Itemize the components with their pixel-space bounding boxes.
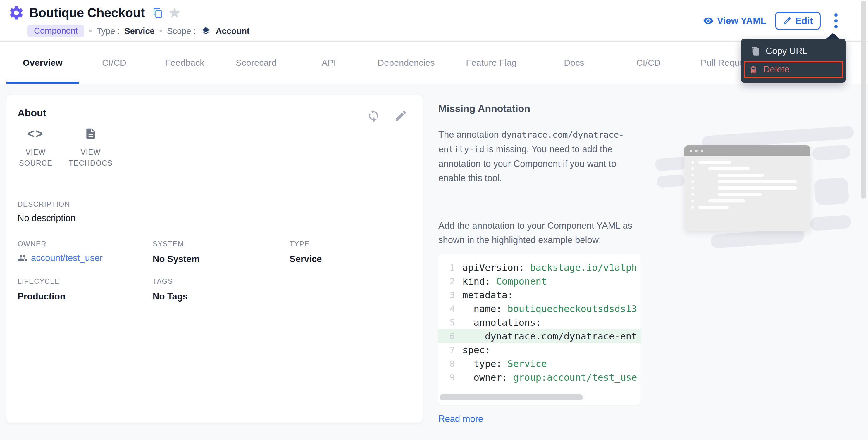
yaml-line: 8 type: Service	[438, 357, 641, 370]
scope-value: Account	[216, 26, 250, 36]
document-icon	[67, 127, 114, 141]
header-actions: View YAML Edit	[703, 10, 842, 31]
entity-tabs: OverviewCI/CDFeedbackScorecardAPIDepende…	[0, 42, 868, 83]
yaml-code-lines: 1apiVersion: backstage.io/v1alph2kind: C…	[438, 253, 641, 384]
annotation-instruction-paragraph: Add the annotation to your Component YAM…	[438, 218, 646, 247]
illustration-titlebar	[684, 145, 810, 156]
component-page: { "header": { "title": "Boutique Checkou…	[0, 0, 868, 440]
yaml-line: 9 owner: group:account/test_use	[438, 370, 641, 384]
page-header: Boutique Checkout Component • Type : Ser…	[0, 0, 868, 42]
tab-ci-cd[interactable]: CI/CD	[613, 42, 684, 83]
tab-scorecard[interactable]: Scorecard	[220, 42, 292, 83]
tab-feature-flag[interactable]: Feature Flag	[447, 42, 535, 83]
type-field-label: TYPE	[289, 240, 309, 248]
group-icon	[18, 253, 28, 263]
read-more-link[interactable]: Read more	[438, 414, 483, 424]
description-value: No description	[18, 213, 75, 224]
title-row: Boutique Checkout	[8, 5, 181, 21]
about-card-title: About	[18, 107, 46, 119]
view-techdocs-label: VIEW TECHDOCS	[67, 146, 114, 169]
tab-dependencies[interactable]: Dependencies	[365, 42, 447, 83]
missing-annotation-title: Missing Annotation	[438, 103, 530, 114]
illustration-editor-window	[684, 145, 810, 231]
edit-about-pencil-icon[interactable]	[394, 109, 408, 123]
type-field-value: Service	[289, 254, 322, 264]
illustration-scribble	[710, 228, 805, 249]
tags-value: No Tags	[153, 291, 188, 302]
view-source-label: VIEW SOURCE	[18, 146, 53, 169]
tab-feedback[interactable]: Feedback	[150, 42, 220, 83]
yaml-line: 1apiVersion: backstage.io/v1alph	[438, 261, 641, 274]
system-label: SYSTEM	[153, 240, 184, 248]
menu-caret	[825, 33, 840, 39]
edit-button[interactable]: Edit	[775, 12, 820, 30]
yaml-line: 6 dynatrace.com/dynatrace-ent	[438, 329, 641, 343]
yaml-line: 3metadata:	[438, 288, 641, 302]
yaml-line: 4 name: boutiquecheckoutsdsds13	[438, 302, 641, 315]
tab-ci-cd[interactable]: CI/CD	[79, 42, 150, 83]
page-title: Boutique Checkout	[29, 5, 145, 20]
view-techdocs-link[interactable]: VIEW TECHDOCS	[67, 127, 114, 169]
eye-icon	[703, 15, 714, 26]
illustration-scribble	[810, 215, 851, 231]
lifecycle-label: LIFECYCLE	[18, 277, 59, 285]
type-value: Service	[124, 26, 154, 36]
separator-dot: •	[159, 26, 163, 36]
description-label: DESCRIPTION	[18, 200, 70, 208]
about-card: About <> VIEW SOURCE VIEW TECHDOCS DESCR…	[6, 95, 423, 423]
view-yaml-button[interactable]: View YAML	[703, 15, 766, 26]
menu-item-delete[interactable]: Delete	[745, 62, 842, 77]
tags-label: TAGS	[153, 277, 173, 285]
owner-value-row: account/test_user	[18, 253, 103, 263]
copy-icon	[751, 46, 761, 56]
menu-item-label: Delete	[763, 64, 789, 75]
owner-link[interactable]: account/test_user	[31, 253, 103, 263]
tab-api[interactable]: API	[292, 42, 365, 83]
owner-label: OWNER	[18, 240, 46, 248]
yaml-line: 7spec:	[438, 343, 641, 357]
menu-item-copy-url[interactable]: Copy URL	[741, 43, 846, 59]
illustration-scribble	[812, 145, 851, 161]
tab-overview[interactable]: Overview	[6, 42, 79, 83]
tab-docs[interactable]: Docs	[535, 42, 613, 83]
scope-label: Scope :	[167, 26, 196, 36]
more-options-menu: Copy URL Delete	[741, 39, 846, 83]
code-icon: <>	[18, 127, 53, 141]
trash-icon	[749, 65, 758, 74]
more-options-kebab-button[interactable]	[829, 10, 842, 31]
vertical-scrollbar-thumb[interactable]	[861, 1, 866, 199]
kind-badge: Component	[28, 25, 84, 37]
refresh-icon[interactable]	[367, 109, 380, 123]
yaml-line: 2kind: Component	[438, 274, 641, 288]
horizontal-scrollbar-thumb[interactable]	[439, 395, 583, 400]
illustration-scribble	[814, 177, 849, 206]
layers-icon	[201, 26, 211, 36]
pencil-icon	[783, 16, 792, 25]
component-gear-icon	[8, 5, 25, 21]
type-label: Type :	[96, 26, 120, 36]
menu-item-label: Copy URL	[766, 46, 807, 56]
copy-name-icon[interactable]	[152, 7, 163, 19]
delete-highlight-box: Delete	[744, 61, 843, 78]
intro-text: The annotation	[438, 129, 501, 140]
lifecycle-value: Production	[18, 291, 65, 302]
editor-illustration	[652, 129, 863, 257]
separator-dot: •	[89, 26, 92, 36]
favorite-star-icon[interactable]	[168, 6, 181, 19]
view-yaml-label: View YAML	[717, 15, 766, 26]
illustration-scribble	[656, 174, 685, 188]
illustration-editor-body	[684, 156, 810, 231]
yaml-code-block: 1apiVersion: backstage.io/v1alph2kind: C…	[438, 253, 641, 405]
edit-label: Edit	[795, 15, 813, 26]
annotation-intro-paragraph: The annotation dynatrace.com/dynatrace-e…	[438, 127, 646, 185]
view-source-link[interactable]: <> VIEW SOURCE	[18, 127, 53, 169]
yaml-line: 5 annotations:	[438, 315, 641, 329]
entity-meta-row: Component • Type : Service • Scope : Acc…	[28, 25, 250, 37]
system-value: No System	[153, 254, 199, 264]
